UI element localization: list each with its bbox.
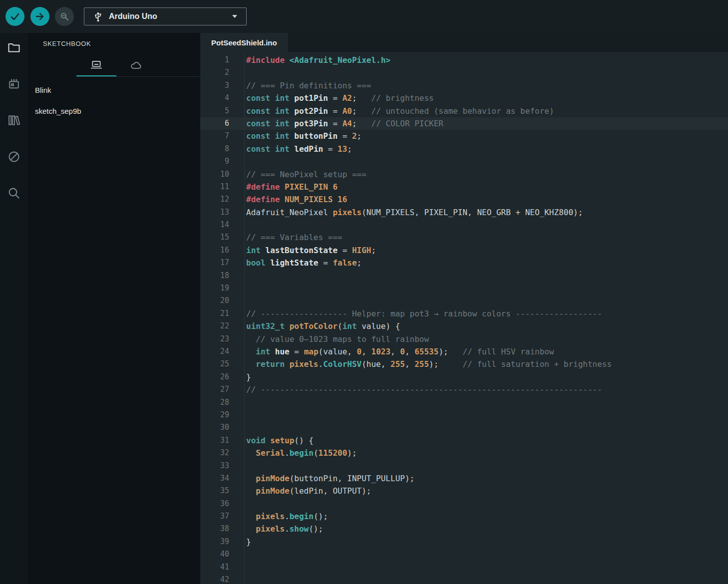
code-line[interactable]: 28 <box>200 396 728 409</box>
line-number[interactable]: 30 <box>200 421 229 434</box>
code-line[interactable]: 5const int pot2Pin = A0; // untouched (s… <box>200 105 728 117</box>
line-number[interactable]: 38 <box>200 523 229 535</box>
code-line[interactable]: 25 return pixels.ColorHSV(hue, 255, 255)… <box>200 358 728 370</box>
tab-potseedshield-ino[interactable]: PotSeedShield.ino <box>200 33 288 52</box>
code-line[interactable]: 9 <box>200 155 728 168</box>
code-line[interactable]: 23 // value 0–1023 maps to full rainbow <box>200 333 728 345</box>
code-line[interactable]: 14 <box>200 219 728 231</box>
line-number[interactable]: 13 <box>200 206 229 219</box>
line-number[interactable]: 40 <box>200 548 229 561</box>
line-number[interactable]: 6 <box>200 117 229 130</box>
line-number[interactable]: 23 <box>200 333 229 345</box>
line-number[interactable]: 9 <box>200 155 229 168</box>
code-line[interactable]: 8const int ledPin = 13; <box>200 143 728 155</box>
sidebar-item-library-manager[interactable] <box>0 112 28 129</box>
line-number[interactable]: 10 <box>200 168 229 181</box>
line-number[interactable]: 26 <box>200 371 229 383</box>
code-line[interactable]: 7const int buttonPin = 2; <box>200 130 728 142</box>
code-line[interactable]: 34 pinMode(buttonPin, INPUT_PULLUP); <box>200 472 728 485</box>
tab-local-sketchbook[interactable] <box>76 54 116 76</box>
line-number[interactable]: 7 <box>200 130 229 142</box>
code-line[interactable]: 42 <box>200 574 728 584</box>
code-line[interactable]: 15// === Variables === <box>200 231 728 244</box>
line-number[interactable]: 21 <box>200 307 229 320</box>
code-line[interactable]: 30 <box>200 421 728 434</box>
line-number[interactable]: 11 <box>200 181 229 193</box>
code-line[interactable]: 24 int hue = map(value, 0, 1023, 0, 6553… <box>200 345 728 358</box>
line-number[interactable]: 27 <box>200 383 229 396</box>
tab-cloud-sketchbook[interactable] <box>116 54 156 76</box>
line-number[interactable]: 18 <box>200 270 229 282</box>
line-number[interactable]: 31 <box>200 434 229 447</box>
code-area[interactable]: 1#include <Adafruit_NeoPixel.h>23// === … <box>200 52 728 584</box>
line-number[interactable]: 2 <box>200 66 229 79</box>
code-line[interactable]: 38 pixels.show(); <box>200 523 728 535</box>
code-line[interactable]: 11#define PIXEL_PIN 6 <box>200 181 728 193</box>
code-line[interactable]: 22uint32_t potToColor(int value) { <box>200 320 728 332</box>
sidebar-item-debug[interactable] <box>0 148 28 165</box>
line-number[interactable]: 36 <box>200 498 229 510</box>
code-line[interactable]: 37 pixels.begin(); <box>200 510 728 523</box>
code-line[interactable]: 33 <box>200 460 728 472</box>
code-line[interactable]: 20 <box>200 294 728 307</box>
code-line[interactable]: 2 <box>200 66 728 79</box>
code-line[interactable]: 6const int pot3Pin = A4; // COLOR PICKER <box>200 117 728 130</box>
line-number[interactable]: 41 <box>200 561 229 574</box>
code-line[interactable]: 18 <box>200 270 728 282</box>
line-number[interactable]: 29 <box>200 409 229 421</box>
code-line[interactable]: 29 <box>200 409 728 421</box>
line-number[interactable]: 17 <box>200 257 229 269</box>
code-line[interactable]: 1#include <Adafruit_NeoPixel.h> <box>200 54 728 66</box>
line-number[interactable]: 5 <box>200 105 229 117</box>
code-line[interactable]: 3// === Pin definitions === <box>200 79 728 92</box>
line-number[interactable]: 33 <box>200 460 229 472</box>
line-number[interactable]: 35 <box>200 485 229 497</box>
verify-button[interactable] <box>5 7 24 26</box>
code-line-text: const int pot1Pin = A2; // brightness <box>244 92 728 104</box>
line-number[interactable]: 25 <box>200 358 229 370</box>
code-line[interactable]: 36 <box>200 498 728 510</box>
line-number[interactable]: 14 <box>200 219 229 231</box>
code-line[interactable]: 19 <box>200 282 728 294</box>
code-line[interactable]: 26} <box>200 371 728 383</box>
code-line[interactable]: 40 <box>200 548 728 561</box>
line-number[interactable]: 16 <box>200 244 229 257</box>
line-number[interactable]: 20 <box>200 294 229 307</box>
code-line[interactable]: 21// ------------------ Helper: map pot3… <box>200 307 728 320</box>
code-line[interactable]: 10// === NeoPixel setup === <box>200 168 728 181</box>
code-line[interactable]: 32 Serial.begin(115200); <box>200 447 728 459</box>
line-number[interactable]: 15 <box>200 231 229 244</box>
line-number[interactable]: 28 <box>200 396 229 409</box>
line-number[interactable]: 22 <box>200 320 229 332</box>
code-line[interactable]: 31void setup() { <box>200 434 728 447</box>
code-line[interactable]: 12#define NUM_PIXELS 16 <box>200 193 728 206</box>
list-item-sketch[interactable]: sketch_sep9b <box>28 101 200 122</box>
code-line[interactable]: 4const int pot1Pin = A2; // brightness <box>200 92 728 104</box>
line-number[interactable]: 34 <box>200 472 229 485</box>
line-number[interactable]: 24 <box>200 345 229 358</box>
line-number[interactable]: 3 <box>200 79 229 92</box>
sidebar-item-search[interactable] <box>0 185 28 202</box>
board-selector[interactable]: Arduino Uno <box>84 7 247 25</box>
code-line[interactable]: 16int lastButtonState = HIGH; <box>200 244 728 257</box>
code-line[interactable]: 17bool lightState = false; <box>200 257 728 269</box>
line-number[interactable]: 19 <box>200 282 229 294</box>
code-line[interactable]: 35 pinMode(ledPin, OUTPUT); <box>200 485 728 497</box>
code-line[interactable]: 41 <box>200 561 728 574</box>
code-line[interactable]: 27// -----------------------------------… <box>200 383 728 396</box>
line-number[interactable]: 8 <box>200 143 229 155</box>
line-number[interactable]: 4 <box>200 92 229 104</box>
debug-button[interactable] <box>55 7 74 26</box>
code-line[interactable]: 39} <box>200 536 728 548</box>
line-number[interactable]: 37 <box>200 510 229 523</box>
sidebar-item-boards-manager[interactable] <box>0 75 28 92</box>
code-line[interactable]: 13Adafruit_NeoPixel pixels(NUM_PIXELS, P… <box>200 206 728 219</box>
sidebar-item-sketchbook[interactable] <box>0 39 28 56</box>
upload-button[interactable] <box>30 7 49 26</box>
line-number[interactable]: 1 <box>200 54 229 66</box>
line-number[interactable]: 39 <box>200 536 229 548</box>
line-number[interactable]: 12 <box>200 193 229 206</box>
list-item-sketch[interactable]: Blink <box>28 80 200 101</box>
line-number[interactable]: 32 <box>200 447 229 459</box>
line-number[interactable]: 42 <box>200 574 229 584</box>
